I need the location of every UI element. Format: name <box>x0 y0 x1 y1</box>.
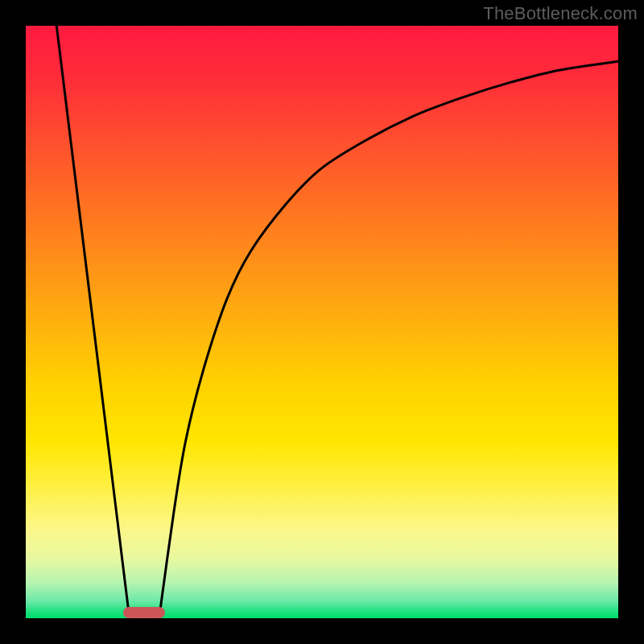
watermark-text: TheBottleneck.com <box>483 3 638 24</box>
chart-curves-svg <box>26 26 618 618</box>
chart-plot-area <box>26 26 618 618</box>
chart-frame: TheBottleneck.com <box>0 0 644 644</box>
minimum-marker <box>123 607 165 618</box>
right-asymptotic-curve <box>159 61 618 618</box>
left-line-curve <box>56 26 130 618</box>
